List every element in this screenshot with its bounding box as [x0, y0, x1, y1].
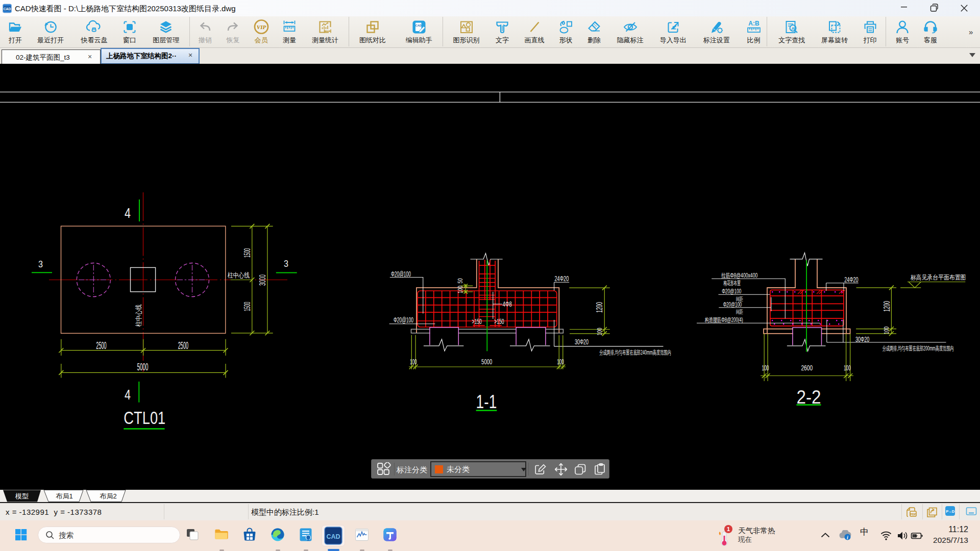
svg-text:100: 100: [410, 357, 417, 366]
svg-text:Φ20@100: Φ20@100: [723, 301, 742, 308]
svg-text:1500: 1500: [242, 248, 252, 258]
svg-text:24Φ20: 24Φ20: [844, 276, 859, 284]
svg-text:100: 100: [883, 327, 890, 334]
svg-text:梅花形布置: 梅花形布置: [723, 280, 741, 287]
svg-text:A: A: [792, 26, 795, 31]
svg-text:100: 100: [596, 328, 603, 336]
svg-text:100: 100: [456, 286, 464, 293]
svg-text:30Φ20: 30Φ20: [855, 335, 870, 343]
svg-text:3: 3: [38, 259, 43, 269]
svg-text:4Φ8: 4Φ8: [503, 299, 512, 308]
svg-text:1-1: 1-1: [476, 391, 497, 412]
svg-text:CAD: CAD: [415, 24, 422, 27]
svg-text:4: 4: [125, 205, 131, 221]
svg-text:Φ20@100: Φ20@100: [394, 316, 413, 324]
svg-text:Φ20@100: Φ20@100: [722, 288, 742, 295]
svg-text:>150: >150: [494, 317, 504, 325]
svg-text:2600: 2600: [801, 363, 813, 372]
svg-text:分成两排,均匀布置在底部240mm高度范围内: 分成两排,均匀布置在底部240mm高度范围内: [599, 349, 671, 356]
svg-text:5000: 5000: [137, 361, 149, 372]
svg-text:分成两排,均匀布置在底部200mm高度范围内: 分成两排,均匀布置在底部200mm高度范围内: [883, 345, 954, 352]
svg-text:柱中心线: 柱中心线: [135, 305, 142, 327]
svg-text:CAD: CAD: [326, 533, 340, 540]
svg-text:布局2: 布局2: [99, 492, 116, 500]
svg-text:布局1: 布局1: [55, 492, 72, 500]
svg-text:100: 100: [557, 357, 564, 366]
svg-text:构造腰筋Φ8@200(4): 构造腰筋Φ8@200(4): [705, 316, 743, 323]
svg-text:1200: 1200: [882, 301, 892, 312]
svg-text:4: 4: [125, 387, 131, 403]
svg-text:CTL01: CTL01: [124, 408, 165, 428]
svg-text:间距: 间距: [736, 309, 743, 315]
svg-text:1200: 1200: [595, 302, 604, 313]
svg-text:PDF: PDF: [910, 513, 916, 516]
svg-text:i: i: [847, 535, 848, 540]
svg-text:标高见承台平面布置图: 标高见承台平面布置图: [911, 274, 966, 281]
svg-text:模型: 模型: [15, 492, 29, 500]
svg-text:VIP: VIP: [256, 24, 266, 30]
svg-text:Φ20@100: Φ20@100: [391, 270, 411, 278]
svg-text:2500: 2500: [96, 340, 106, 351]
svg-text:>150: >150: [472, 317, 482, 325]
svg-text:CAD: CAD: [4, 7, 11, 11]
svg-text:拉筋Φ8@400x400: 拉筋Φ8@400x400: [721, 272, 758, 279]
svg-text:3: 3: [284, 259, 288, 269]
svg-text:2500: 2500: [178, 340, 188, 351]
svg-text:24Φ20: 24Φ20: [555, 274, 569, 283]
svg-text:100: 100: [844, 363, 851, 372]
svg-text:100: 100: [762, 363, 769, 372]
svg-text:30Φ20: 30Φ20: [575, 338, 589, 346]
svg-text:柱中心线: 柱中心线: [228, 271, 250, 279]
svg-text:1500: 1500: [242, 302, 252, 312]
svg-text:A:B: A:B: [748, 20, 760, 27]
svg-text:3000: 3000: [258, 274, 267, 286]
svg-text:5000: 5000: [481, 357, 492, 366]
svg-text:50: 50: [456, 279, 464, 284]
